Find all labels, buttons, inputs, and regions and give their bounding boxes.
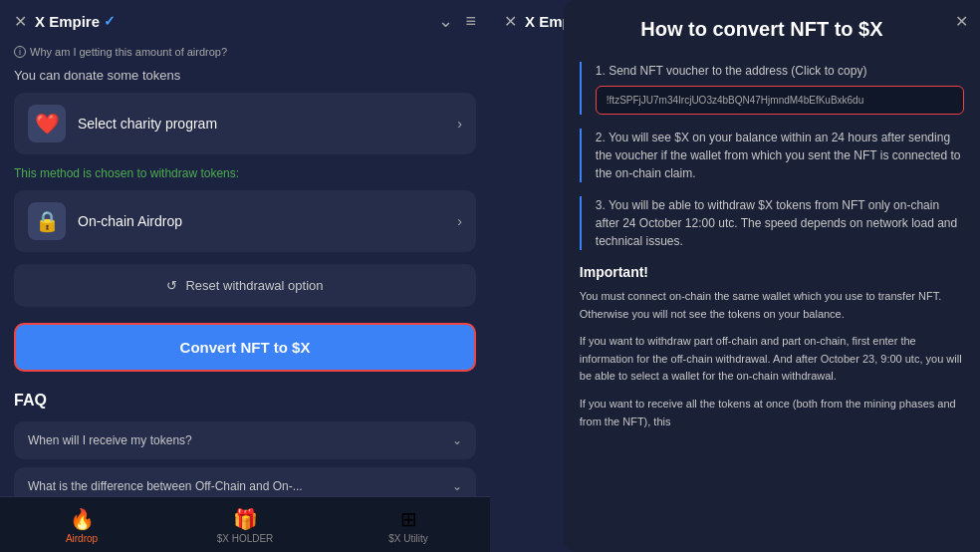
holder-nav-icon: 🎁 <box>233 507 258 531</box>
reset-icon: ↺ <box>166 278 177 293</box>
header-right: ⌄ ≡ <box>438 10 476 32</box>
charity-card[interactable]: ❤️ Select charity program › <box>14 93 476 154</box>
left-close-button[interactable]: ✕ <box>14 12 27 31</box>
chevron-down-icon[interactable]: ⌄ <box>438 10 453 32</box>
faq-chevron-2-icon: ⌄ <box>452 479 462 493</box>
convert-button[interactable]: Convert NFT to $X <box>14 323 476 372</box>
step-line-1 <box>580 62 582 115</box>
faq-question-1: When will I receive my tokens? <box>28 433 452 447</box>
step-1-text: 1. Send NFT voucher to the address (Clic… <box>596 62 964 80</box>
bottom-nav: 🔥 Airdrop 🎁 $X HOLDER ⊞ $X Utility <box>0 496 490 552</box>
onchain-chevron-icon: › <box>457 213 462 229</box>
modal-title: How to convert NFT to $X <box>580 16 964 42</box>
nav-utility[interactable]: ⊞ $X Utility <box>327 503 490 548</box>
nav-airdrop-label: Airdrop <box>66 533 98 544</box>
info-icon: i <box>14 46 26 58</box>
charity-icon: ❤️ <box>28 105 66 142</box>
left-panel: ✕ X Empire ✓ ⌄ ≡ i Why am I getting this… <box>0 0 490 552</box>
step-line-3 <box>580 196 582 250</box>
faq-question-2: What is the difference between Off-Chain… <box>28 479 452 493</box>
address-box[interactable]: !ftzSPFjJU7m34IrcjUO3z4bBQN47HjmndM4bEfK… <box>596 86 964 115</box>
donate-text: You can donate some tokens <box>14 68 476 83</box>
utility-nav-icon: ⊞ <box>400 507 417 531</box>
step-2: 2. You will see $X on your balance withi… <box>580 129 964 182</box>
modal-content: ✕ How to convert NFT to $X 1. Send NFT v… <box>564 0 980 552</box>
nav-holder-label: $X HOLDER <box>217 533 274 544</box>
onchain-icon: 🔒 <box>28 202 66 240</box>
reset-button[interactable]: ↺ Reset withdrawal option <box>14 264 476 307</box>
charity-chevron-icon: › <box>457 116 462 132</box>
menu-icon[interactable]: ≡ <box>465 11 476 32</box>
faq-chevron-1-icon: ⌄ <box>452 433 462 447</box>
nav-airdrop[interactable]: 🔥 Airdrop <box>0 503 163 548</box>
modal-close-button[interactable]: ✕ <box>955 12 968 31</box>
faq-title: FAQ <box>14 392 476 410</box>
reset-label: Reset withdrawal option <box>185 278 323 293</box>
info-link[interactable]: i Why am I getting this amount of airdro… <box>14 46 476 58</box>
right-panel: ✕ X Empire ✓ ⌄ ⋮ ✕ How to convert NFT to… <box>490 0 980 552</box>
header-left: ✕ X Empire ✓ <box>14 12 116 31</box>
method-label: This method is chosen to withdraw tokens… <box>14 166 476 180</box>
step-3: 3. You will be able to withdraw $X token… <box>580 196 964 250</box>
important-text-1: You must connect on-chain the same walle… <box>580 288 964 323</box>
onchain-card[interactable]: 🔒 On-chain Airdrop › <box>14 190 476 252</box>
verified-icon: ✓ <box>104 13 116 29</box>
nav-utility-label: $X Utility <box>388 533 427 544</box>
left-content: i Why am I getting this amount of airdro… <box>0 42 490 496</box>
step-2-text: 2. You will see $X on your balance withi… <box>596 129 964 182</box>
faq-item-2[interactable]: What is the difference between Off-Chain… <box>14 467 476 496</box>
modal-overlay: ✕ How to convert NFT to $X 1. Send NFT v… <box>490 0 980 552</box>
important-text-2: If you want to withdraw part off-chain a… <box>580 333 964 386</box>
left-app-name: X Empire ✓ <box>35 13 116 30</box>
step-line-2 <box>580 129 582 182</box>
nav-holder[interactable]: 🎁 $X HOLDER <box>163 503 327 548</box>
step-1: 1. Send NFT voucher to the address (Clic… <box>580 62 964 115</box>
charity-label: Select charity program <box>78 116 445 132</box>
onchain-label: On-chain Airdrop <box>78 213 445 229</box>
left-header: ✕ X Empire ✓ ⌄ ≡ <box>0 0 490 42</box>
important-title: Important! <box>580 264 964 280</box>
important-text-3: If you want to receive all the tokens at… <box>580 396 964 430</box>
faq-item-1[interactable]: When will I receive my tokens? ⌄ <box>14 421 476 459</box>
airdrop-nav-icon: 🔥 <box>70 507 95 531</box>
step-3-text: 3. You will be able to withdraw $X token… <box>596 196 964 250</box>
